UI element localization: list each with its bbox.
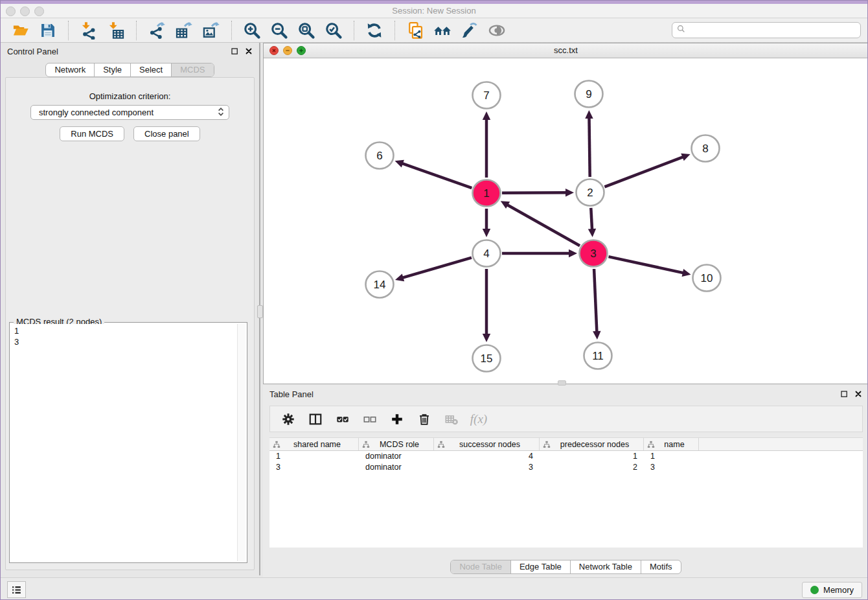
edge-3-1[interactable] [501,201,580,246]
node-11[interactable]: 11 [584,343,612,369]
edge-1-2[interactable] [502,189,574,196]
close-panel-icon[interactable] [244,46,254,56]
node-3[interactable]: 3 [580,240,608,267]
close-panel-button[interactable]: Close panel [133,126,200,141]
column-header-shared-name[interactable]: shared name [269,438,359,450]
network-graph-canvas[interactable]: 7968124314101511 [264,58,868,384]
tab-motifs[interactable]: Motifs [641,560,681,573]
control-panel-tabs: NetworkStyleSelectMCDS [45,63,214,77]
network-from-selection-icon[interactable] [405,21,425,40]
table-cell[interactable]: 2 [540,463,644,472]
node-7[interactable]: 7 [473,82,501,109]
edge-4-15[interactable] [483,269,490,342]
result-scrollbar[interactable] [237,324,246,561]
edge-4-14[interactable] [395,258,472,282]
table-panel-header: Table Panel [263,386,868,404]
mcds-result-text[interactable]: 1 3 [11,324,236,561]
import-network-icon[interactable] [79,21,98,40]
node-14[interactable]: 14 [366,271,394,298]
table-row[interactable]: 3dominator323 [269,462,863,473]
column-header-predecessor-nodes[interactable]: predecessor nodes [540,438,644,450]
vertical-splitter-handle[interactable] [257,305,263,318]
column-header-name[interactable]: name [644,438,699,450]
edge-2-8[interactable] [604,154,690,187]
node-15[interactable]: 15 [473,345,501,372]
select-all-icon[interactable] [335,411,350,427]
memory-button[interactable]: Memory [802,582,862,598]
edge-1-7[interactable] [483,111,490,178]
edge-2-3[interactable] [588,208,596,237]
column-header-successor-nodes[interactable]: successor nodes [434,438,540,450]
titlebar[interactable]: Session: New Session [1,4,867,18]
open-session-icon[interactable] [11,21,30,40]
table-panel-title: Table Panel [269,389,314,399]
zoom-fit-icon[interactable] [297,21,316,40]
node-10[interactable]: 10 [693,265,721,292]
export-table-icon[interactable] [174,21,194,40]
zoom-in-icon[interactable] [242,21,262,40]
edge-1-6[interactable] [395,160,472,188]
table-cell[interactable]: 3 [434,463,540,472]
table-cell[interactable]: 1 [269,452,359,461]
table-cell[interactable]: 1 [540,452,644,461]
column-header-MCDS-role[interactable]: MCDS role [359,438,434,450]
zoom-out-icon[interactable] [269,21,289,40]
table-cell[interactable]: 3 [269,463,359,472]
node-1[interactable]: 1 [473,180,501,207]
apply-style-icon[interactable] [460,21,479,40]
node-6[interactable]: 6 [366,143,394,169]
split-panel-icon[interactable] [308,411,323,427]
svg-text:10: 10 [701,272,713,284]
node-9[interactable]: 9 [575,81,603,108]
tab-network[interactable]: Network [46,63,94,76]
tab-style[interactable]: Style [94,63,130,76]
svg-text:8: 8 [702,143,708,155]
svg-text:11: 11 [592,350,604,362]
search-box[interactable] [672,22,861,38]
add-column-icon[interactable] [389,411,405,427]
svg-text:14: 14 [374,279,386,291]
network-view-window: scc.txt 7968124314101511 [263,43,868,384]
edge-3-11[interactable] [593,269,600,340]
home-view-icon[interactable] [433,21,452,40]
edge-2-9[interactable] [585,110,593,177]
deselect-all-icon[interactable] [362,411,378,427]
network-window-titlebar[interactable]: scc.txt [264,43,868,58]
task-history-button[interactable] [7,581,26,598]
tab-node-table[interactable]: Node Table [451,560,510,573]
show-hide-graphics-icon[interactable] [487,21,507,40]
edge-3-10[interactable] [608,257,691,277]
edge-1-4[interactable] [483,209,490,237]
toolbar-separator [354,21,354,40]
table-cell[interactable]: 1 [644,452,699,461]
horizontal-splitter-handle[interactable] [558,380,566,386]
float-table-panel-icon[interactable] [839,389,849,399]
optimization-criterion-select[interactable]: strongly connected component [30,105,229,120]
zoom-selected-icon[interactable] [324,21,343,40]
node-4[interactable]: 4 [473,240,501,267]
table-settings-icon[interactable] [280,411,296,427]
tab-edge-table[interactable]: Edge Table [510,560,570,573]
save-session-icon[interactable] [38,21,58,40]
tab-mcds[interactable]: MCDS [171,63,213,76]
table-row[interactable]: 1dominator411 [269,451,863,462]
export-network-icon[interactable] [147,21,166,40]
edge-4-3[interactable] [502,249,577,257]
control-panel-title: Control Panel [7,47,58,56]
search-input[interactable] [686,25,856,35]
float-panel-icon[interactable] [229,46,240,56]
node-2[interactable]: 2 [577,179,604,206]
tab-select[interactable]: Select [130,63,171,76]
delete-column-icon[interactable] [417,411,432,427]
node-8[interactable]: 8 [692,135,720,162]
import-table-icon[interactable] [106,21,126,40]
close-table-panel-icon[interactable] [853,389,863,399]
run-mcds-button[interactable]: Run MCDS [60,126,124,141]
refresh-layout-icon[interactable] [365,21,384,40]
table-cell[interactable]: 4 [434,452,540,461]
table-cell[interactable]: 3 [644,463,699,472]
export-image-icon[interactable] [201,21,221,40]
table-cell[interactable]: dominator [359,463,434,472]
table-cell[interactable]: dominator [359,452,434,461]
tab-network-table[interactable]: Network Table [570,560,641,573]
